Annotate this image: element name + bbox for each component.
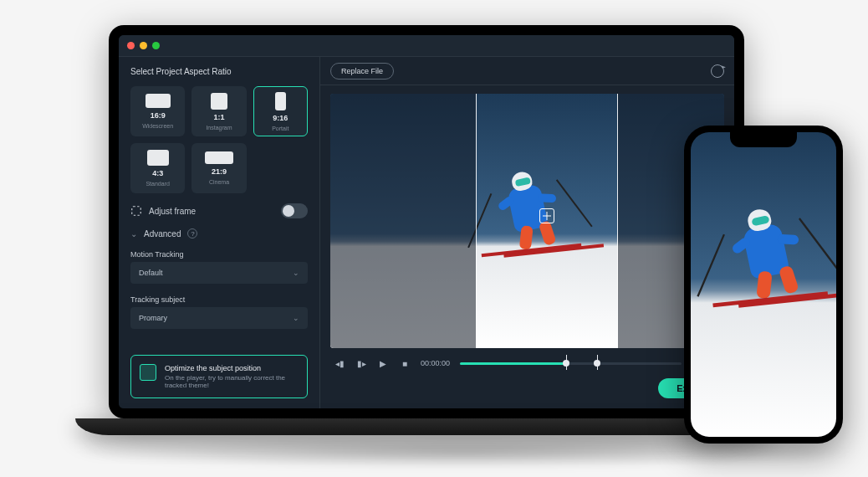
adjust-frame-label: Adjust frame bbox=[149, 207, 196, 216]
next-frame-button[interactable]: ▮▸ bbox=[355, 359, 367, 368]
timeline-handle[interactable] bbox=[563, 360, 569, 367]
main-panel: Replace File bbox=[319, 57, 734, 408]
timeline-handle[interactable] bbox=[594, 360, 600, 367]
ratio-option-21-9[interactable]: 21:9 Cinema bbox=[191, 143, 246, 193]
ratio-option-4-3[interactable]: 4:3 Standard bbox=[130, 143, 185, 193]
adjust-frame-toggle[interactable] bbox=[281, 203, 308, 218]
window-titlebar bbox=[119, 35, 734, 57]
chevron-down-icon: ⌄ bbox=[293, 269, 299, 277]
ratio-thumb-icon bbox=[211, 93, 227, 110]
ratio-thumb-icon bbox=[147, 150, 169, 166]
tip-title: Optimize the subject position bbox=[165, 364, 299, 372]
help-icon[interactable]: ? bbox=[187, 228, 197, 238]
tracking-subject-value: Promary bbox=[139, 314, 167, 322]
tip-icon bbox=[140, 364, 156, 381]
phone-frame bbox=[684, 126, 843, 444]
prev-frame-button[interactable]: ◂▮ bbox=[334, 359, 345, 368]
optimize-tip: Optimize the subject position On the pla… bbox=[130, 355, 308, 398]
play-button[interactable]: ▶ bbox=[377, 359, 389, 368]
tracking-target-icon[interactable] bbox=[539, 208, 554, 223]
aspect-ratio-title: Select Project Aspect Ratio bbox=[130, 67, 308, 76]
advanced-section-toggle[interactable]: ⌄ Advanced ? bbox=[130, 228, 308, 238]
video-preview[interactable] bbox=[330, 94, 724, 348]
crop-dim-left bbox=[330, 94, 476, 348]
advanced-label: Advanced bbox=[144, 229, 181, 238]
stop-button[interactable]: ■ bbox=[399, 359, 411, 368]
minimize-icon[interactable] bbox=[140, 42, 147, 49]
ratio-option-9-16[interactable]: 9:16 Portait bbox=[253, 86, 308, 136]
refresh-icon[interactable] bbox=[711, 64, 724, 78]
phone-preview bbox=[691, 132, 836, 437]
ratio-thumb-icon bbox=[205, 151, 233, 164]
ratio-option-1-1[interactable]: 1:1 Instagram bbox=[191, 86, 246, 136]
tracking-subject-dropdown[interactable]: Promary ⌄ bbox=[130, 307, 308, 329]
time-current: 00:00:00 bbox=[421, 359, 450, 367]
ratio-option-16-9[interactable]: 16:9 Widescreen bbox=[130, 86, 185, 136]
crop-frame[interactable] bbox=[476, 94, 618, 348]
tip-text: On the player, try to manually correct t… bbox=[165, 374, 299, 389]
motion-tracking-value: Default bbox=[139, 269, 163, 277]
motion-tracking-label: Motion Tracking bbox=[130, 250, 308, 259]
sidebar: Select Project Aspect Ratio 16:9 Widescr… bbox=[119, 57, 319, 408]
chevron-down-icon: ⌄ bbox=[293, 314, 299, 322]
phone-notch bbox=[730, 132, 797, 147]
svg-rect-0 bbox=[132, 207, 141, 216]
aspect-ratio-grid: 16:9 Widescreen 1:1 Instagram 9:16 Porta… bbox=[130, 86, 308, 193]
tracking-subject-label: Tracking subject bbox=[130, 295, 308, 304]
motion-tracking-dropdown[interactable]: Default ⌄ bbox=[130, 262, 308, 284]
app-window: Select Project Aspect Ratio 16:9 Widescr… bbox=[119, 35, 734, 408]
transport-bar: ◂▮ ▮▸ ▶ ■ 00:00:00 00:00:00 bbox=[330, 348, 724, 378]
close-icon[interactable] bbox=[127, 42, 135, 49]
laptop-frame: Select Project Aspect Ratio 16:9 Widescr… bbox=[109, 25, 744, 435]
chevron-down-icon: ⌄ bbox=[130, 229, 137, 238]
maximize-icon[interactable] bbox=[152, 42, 160, 49]
ratio-thumb-icon bbox=[275, 92, 286, 110]
frame-icon bbox=[130, 205, 142, 217]
ratio-thumb-icon bbox=[146, 94, 171, 108]
timeline-scrubber[interactable] bbox=[460, 362, 682, 365]
replace-file-button[interactable]: Replace File bbox=[330, 63, 394, 80]
